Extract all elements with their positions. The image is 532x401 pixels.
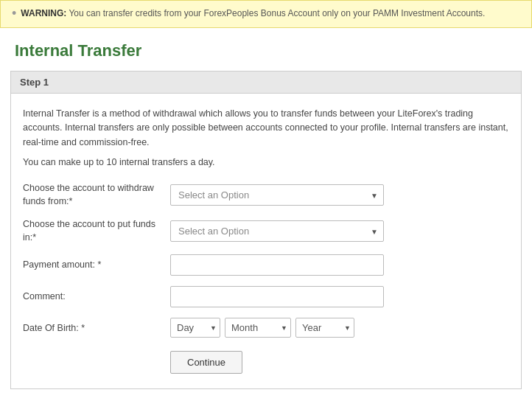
- month-select[interactable]: Month: [225, 318, 291, 338]
- amount-input[interactable]: [170, 254, 384, 276]
- warning-message: You can transfer credits from your Forex…: [69, 8, 485, 18]
- dob-row: Date Of Birth: * Day Month Year: [23, 318, 509, 338]
- year-select-wrapper: Year: [295, 318, 354, 338]
- withdraw-row: Choose the account to withdraw funds fro…: [23, 182, 509, 208]
- comment-field: [170, 286, 509, 307]
- comment-row: Comment:: [23, 286, 509, 307]
- year-select[interactable]: Year: [295, 318, 354, 338]
- amount-label: Payment amount: *: [23, 259, 170, 272]
- step-header: Step 1: [11, 72, 521, 94]
- step-content: Internal Transfer is a method of withdra…: [11, 94, 521, 388]
- dob-selects: Day Month Year: [170, 318, 354, 338]
- warning-text: WARNING: You can transfer credits from y…: [21, 8, 485, 18]
- withdraw-field: Select an Option: [170, 184, 509, 206]
- withdraw-select[interactable]: Select an Option: [170, 184, 384, 206]
- amount-row: Payment amount: *: [23, 254, 509, 276]
- deposit-label: Choose the account to put funds in:*: [23, 218, 170, 244]
- page-title: Internal Transfer: [0, 28, 532, 71]
- transfers-limit-text: You can make up to 10 internal transfers…: [23, 157, 509, 167]
- continue-button[interactable]: Continue: [170, 351, 242, 374]
- bullet-icon: •: [12, 7, 16, 20]
- step-box: Step 1 Internal Transfer is a method of …: [10, 71, 522, 389]
- dob-label: Date Of Birth: *: [23, 323, 170, 333]
- deposit-row: Choose the account to put funds in:* Sel…: [23, 218, 509, 244]
- comment-label: Comment:: [23, 290, 170, 304]
- warning-bar: • WARNING: You can transfer credits from…: [0, 0, 532, 28]
- withdraw-label: Choose the account to withdraw funds fro…: [23, 182, 170, 208]
- deposit-select-wrapper: Select an Option: [170, 220, 384, 242]
- deposit-field: Select an Option: [170, 220, 509, 242]
- month-select-wrapper: Month: [225, 318, 291, 338]
- day-select[interactable]: Day: [170, 318, 220, 338]
- comment-input[interactable]: [170, 286, 384, 307]
- description-text: Internal Transfer is a method of withdra…: [23, 107, 509, 150]
- day-select-wrapper: Day: [170, 318, 220, 338]
- deposit-select[interactable]: Select an Option: [170, 220, 384, 242]
- withdraw-select-wrapper: Select an Option: [170, 184, 384, 206]
- warning-prefix: WARNING:: [21, 8, 66, 18]
- amount-field: [170, 254, 509, 276]
